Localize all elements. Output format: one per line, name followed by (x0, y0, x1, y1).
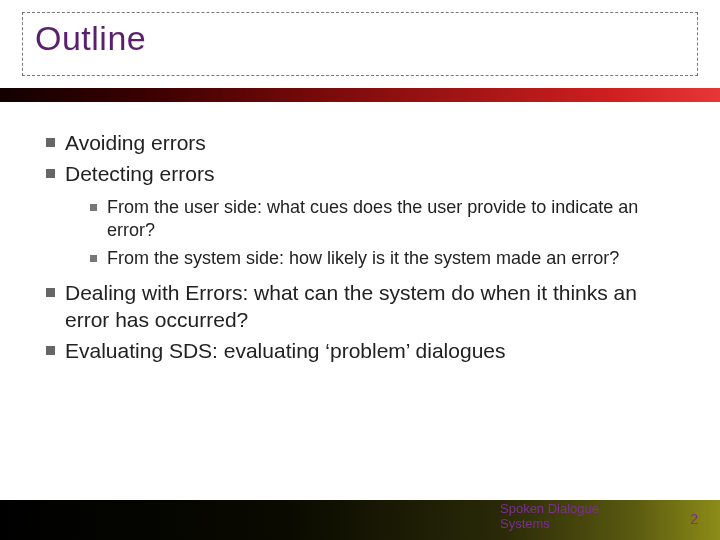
square-bullet-icon (46, 346, 55, 355)
accent-bar (0, 88, 720, 102)
list-item: Dealing with Errors: what can the system… (46, 280, 686, 334)
bullet-text: From the user side: what cues does the u… (107, 196, 686, 243)
square-bullet-icon (46, 169, 55, 178)
title-box: Outline (22, 12, 698, 76)
footer-line-1: Spoken Dialogue (500, 501, 599, 516)
list-item: From the system side: how likely is it t… (90, 247, 686, 270)
list-item: Avoiding errors (46, 130, 686, 157)
square-bullet-icon (90, 255, 97, 262)
square-bullet-icon (90, 204, 97, 211)
page-number: 2 (690, 511, 698, 527)
footer-bar (0, 500, 720, 540)
footer-line-2: Systems (500, 516, 550, 531)
content-area: Avoiding errors Detecting errors From th… (46, 130, 686, 369)
list-item: Evaluating SDS: evaluating ‘problem’ dia… (46, 338, 686, 365)
square-bullet-icon (46, 138, 55, 147)
slide-title: Outline (35, 19, 685, 58)
slide: Outline Avoiding errors Detecting errors… (0, 0, 720, 540)
bullet-text: Evaluating SDS: evaluating ‘problem’ dia… (65, 338, 506, 365)
sub-list: From the user side: what cues does the u… (90, 196, 686, 270)
bullet-text: From the system side: how likely is it t… (107, 247, 619, 270)
list-item: From the user side: what cues does the u… (90, 196, 686, 243)
footer-label: Spoken Dialogue Systems (500, 501, 599, 532)
square-bullet-icon (46, 288, 55, 297)
list-item: Detecting errors (46, 161, 686, 188)
bullet-text: Detecting errors (65, 161, 214, 188)
bullet-text: Avoiding errors (65, 130, 206, 157)
bullet-text: Dealing with Errors: what can the system… (65, 280, 686, 334)
